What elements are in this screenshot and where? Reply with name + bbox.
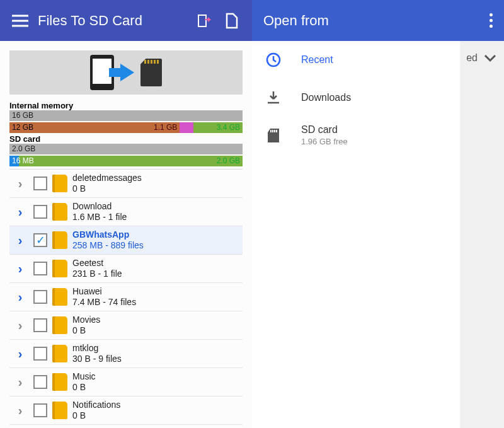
transfer-icon[interactable] [190, 13, 218, 29]
folder-text: Geetest231 B - 1 file [72, 258, 122, 279]
folder-row[interactable]: ›Geetest231 B - 1 file [9, 255, 243, 283]
folder-text: Movies0 B [72, 315, 100, 336]
folder-icon [52, 260, 67, 277]
folder-icon [52, 373, 67, 391]
folder-checkbox[interactable] [33, 403, 47, 417]
folder-row[interactable]: ›mtklog30 B - 9 files [9, 340, 243, 368]
folder-subtitle: 30 B - 9 files [72, 354, 122, 364]
drawer-item[interactable]: Downloads [252, 79, 460, 117]
drawer-text: SD card1.96 GB free [301, 124, 348, 147]
folder-icon [52, 175, 67, 192]
folder-name: Huawei [72, 286, 136, 297]
menu-icon[interactable] [6, 14, 34, 27]
folder-name: Download [72, 201, 127, 212]
folder-checkbox[interactable] [33, 347, 47, 361]
folder-subtitle: 0 B [72, 382, 96, 393]
folder-text: GBWhatsApp258 MB - 889 files [72, 229, 144, 251]
internal-usage-bar: 12 GB 1.1 GB 3.4 GB [9, 122, 243, 133]
chevron-right-icon[interactable]: › [12, 318, 28, 333]
folder-row[interactable]: ›Notifications0 B [9, 396, 243, 425]
folder-row[interactable]: ›Huawei7.4 MB - 74 files [9, 283, 243, 311]
drawer-title: Recent [301, 54, 333, 67]
folder-row[interactable]: ›Movies0 B [9, 311, 243, 340]
folder-subtitle: 1.6 MB - 1 file [72, 212, 127, 223]
folder-text: deletedmessages0 B [72, 173, 142, 194]
folder-checkbox[interactable] [33, 290, 47, 304]
drawer-item[interactable]: SD card1.96 GB free [252, 117, 460, 154]
folder-subtitle: 0 B [72, 183, 142, 194]
arrow-right-icon [120, 64, 134, 81]
right-title: Open from [263, 13, 329, 29]
sdcard-icon [265, 127, 282, 144]
chevron-right-icon[interactable]: › [12, 375, 28, 390]
sdcard-icon [140, 59, 162, 86]
folder-text: Music0 B [72, 371, 96, 393]
chevron-right-icon[interactable]: › [12, 290, 28, 304]
folder-checkbox[interactable] [33, 375, 47, 389]
folder-icon [52, 316, 67, 334]
drawer-text: Recent [301, 54, 333, 67]
chevron-right-icon[interactable]: › [12, 347, 28, 361]
folder-text: Download1.6 MB - 1 file [72, 201, 127, 223]
document-icon[interactable] [218, 13, 246, 29]
right-toolbar: Open from [252, 0, 504, 41]
drawer-subtitle: 1.96 GB free [301, 137, 348, 147]
folder-name: Music [72, 371, 96, 382]
folder-name: Notifications [72, 400, 120, 410]
folder-name: Geetest [72, 258, 122, 269]
left-toolbar: Files To SD Card [0, 0, 252, 41]
chevron-down-icon [484, 54, 496, 62]
folder-subtitle: 0 B [72, 325, 100, 336]
folder-row[interactable]: ›Download1.6 MB - 1 file [9, 198, 243, 226]
folder-list[interactable]: ›deletedmessages0 B›Download1.6 MB - 1 f… [9, 169, 243, 428]
folder-icon [52, 345, 67, 362]
folder-icon [52, 231, 67, 249]
folder-checkbox[interactable] [33, 205, 47, 219]
right-app: Open from ed RecentDownloadsSD card1.96 … [252, 0, 504, 428]
folder-row[interactable]: ›✓GBWhatsApp258 MB - 889 files [9, 226, 243, 255]
folder-subtitle: 0 B [72, 410, 120, 421]
folder-row[interactable]: ›Music0 B [9, 368, 243, 396]
folder-name: GBWhatsApp [72, 229, 144, 240]
chevron-right-icon[interactable]: › [12, 233, 28, 248]
folder-subtitle: 7.4 MB - 74 files [72, 297, 136, 308]
folder-row[interactable]: ›deletedmessages0 B [9, 170, 243, 198]
folder-name: Movies [72, 315, 100, 325]
drawer-item[interactable]: Recent [252, 41, 460, 79]
chevron-right-icon[interactable]: › [12, 262, 28, 276]
memory-section: Internal memory 16 GB 12 GB 1.1 GB 3.4 G… [0, 101, 252, 168]
folder-icon [52, 402, 67, 419]
internal-memory-label: Internal memory [9, 101, 243, 110]
header-illustration [9, 50, 243, 95]
folder-name: mtklog [72, 343, 122, 354]
folder-checkbox[interactable]: ✓ [33, 233, 47, 247]
folder-subtitle: 231 B - 1 file [72, 269, 122, 279]
folder-name: deletedmessages [72, 173, 142, 183]
sdcard-total-bar: 2.0 GB [9, 144, 243, 154]
overflow-menu-icon[interactable] [490, 13, 493, 28]
folder-checkbox[interactable] [33, 176, 47, 190]
sdcard-label: SD card [9, 134, 243, 144]
clock-icon [265, 52, 282, 68]
folder-icon [52, 288, 67, 306]
folder-text: mtklog30 B - 9 files [72, 343, 122, 364]
internal-total-bar: 16 GB [9, 110, 243, 121]
drawer-title: Downloads [301, 91, 351, 105]
chevron-right-icon[interactable]: › [12, 176, 28, 191]
chevron-right-icon[interactable]: › [12, 403, 28, 418]
sort-label-fragment: ed [466, 52, 478, 64]
background-panel: ed [460, 41, 504, 428]
download-icon [265, 90, 282, 106]
drawer-text: Downloads [301, 91, 351, 105]
drawer-list: RecentDownloadsSD card1.96 GB free [252, 41, 460, 428]
folder-icon [52, 203, 67, 221]
sdcard-usage-bar: 16 MB 2.0 GB [9, 156, 243, 166]
sort-dropdown[interactable]: ed [466, 52, 496, 64]
chevron-right-icon[interactable]: › [12, 205, 28, 219]
folder-checkbox[interactable] [33, 318, 47, 332]
folder-text: Huawei7.4 MB - 74 files [72, 286, 136, 308]
app-title: Files To SD Card [34, 13, 190, 29]
folder-checkbox[interactable] [33, 262, 47, 275]
folder-subtitle: 258 MB - 889 files [72, 240, 144, 251]
folder-text: Notifications0 B [72, 400, 120, 421]
